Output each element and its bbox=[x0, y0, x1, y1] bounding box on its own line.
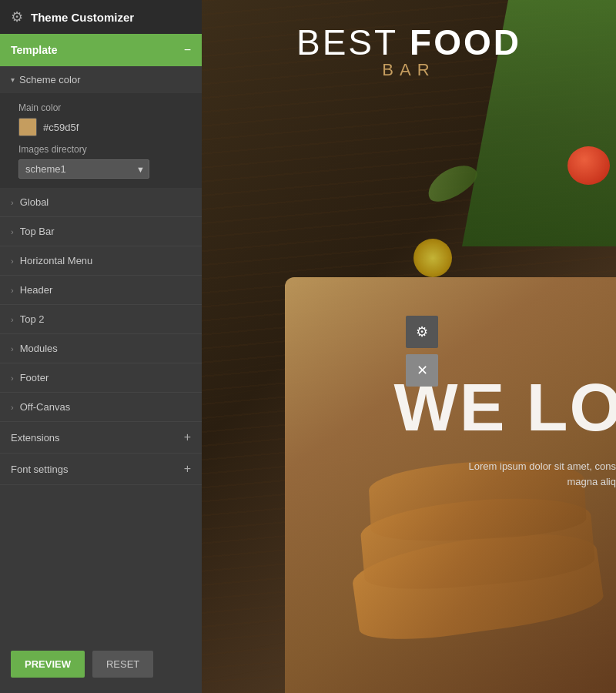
nav-label-horizontal-menu: Horizontal Menu bbox=[20, 255, 93, 266]
lorem-text: Lorem ipsum dolor sit amet, cons magna a… bbox=[469, 459, 616, 489]
sidebar: ⚙ Theme Customizer Template − ▾ Scheme c… bbox=[0, 0, 202, 693]
scheme-color-label: Scheme color bbox=[19, 74, 80, 85]
main-preview: BEST FOOD BAR WE LO Lorem ipsum dolor si… bbox=[202, 0, 616, 693]
nav-arrow-icon: › bbox=[11, 256, 14, 266]
font-settings-section[interactable]: Font settings + bbox=[0, 454, 202, 485]
font-settings-plus-icon[interactable]: + bbox=[184, 462, 191, 476]
nav-item-footer[interactable]: › Footer bbox=[0, 363, 202, 393]
gear-icon: ⚙ bbox=[11, 8, 23, 25]
nav-label-top2: Top 2 bbox=[20, 313, 45, 325]
main-color-label: Main color bbox=[18, 102, 186, 113]
sidebar-header: ⚙ Theme Customizer bbox=[0, 0, 202, 34]
scheme-color-body: Main color #c59d5f Images directory sche… bbox=[0, 93, 202, 188]
nav-item-global[interactable]: › Global bbox=[0, 188, 202, 217]
extensions-section[interactable]: Extensions + bbox=[0, 422, 202, 454]
nav-item-topbar[interactable]: › Top Bar bbox=[0, 217, 202, 246]
nav-arrow-icon: › bbox=[11, 373, 14, 383]
hero-title-area: BEST FOOD BAR bbox=[296, 22, 521, 80]
nav-label-modules: Modules bbox=[20, 343, 58, 354]
nav-item-modules[interactable]: › Modules bbox=[0, 334, 202, 363]
nav-label-off-canvas: Off-Canvas bbox=[20, 401, 71, 413]
nav-arrow-icon: › bbox=[11, 344, 14, 353]
preview-button[interactable]: PREVIEW bbox=[11, 651, 85, 678]
template-label: Template bbox=[11, 44, 57, 56]
nav-item-off-canvas[interactable]: › Off-Canvas bbox=[0, 393, 202, 422]
nav-arrow-icon: › bbox=[11, 286, 14, 295]
color-swatch[interactable] bbox=[18, 118, 37, 136]
float-close-icon: ✕ bbox=[417, 362, 428, 379]
sidebar-buttons: PREVIEW RESET bbox=[0, 635, 202, 693]
color-hex-display: #c59d5f bbox=[43, 122, 79, 133]
images-dir-select[interactable]: scheme1 scheme2 scheme3 bbox=[18, 159, 149, 179]
scheme-color-toggle[interactable]: ▾ Scheme color bbox=[0, 66, 202, 93]
nav-items-list: › Global › Top Bar › Horizontal Menu › H… bbox=[0, 188, 202, 422]
nav-label-global: Global bbox=[20, 196, 49, 208]
hero-title-best-food: BEST FOOD bbox=[296, 22, 521, 63]
template-bar[interactable]: Template − bbox=[0, 34, 202, 66]
nav-item-header[interactable]: › Header bbox=[0, 276, 202, 305]
lemon-decoration bbox=[413, 239, 452, 277]
nav-arrow-icon: › bbox=[11, 227, 14, 236]
images-dir-label: Images directory bbox=[18, 144, 186, 155]
float-gear-button[interactable]: ⚙ bbox=[406, 316, 438, 348]
reset-button[interactable]: RESET bbox=[92, 651, 153, 678]
scheme-color-arrow-icon: ▾ bbox=[11, 75, 15, 84]
scheme-color-section: ▾ Scheme color Main color #c59d5f Images… bbox=[0, 66, 202, 188]
float-close-button[interactable]: ✕ bbox=[406, 354, 438, 387]
nav-arrow-icon: › bbox=[11, 198, 14, 207]
font-settings-label: Font settings bbox=[11, 464, 68, 475]
images-dir-select-wrapper: scheme1 scheme2 scheme3 ▼ bbox=[18, 159, 149, 179]
nav-item-horizontal-menu[interactable]: › Horizontal Menu bbox=[0, 246, 202, 276]
nav-label-footer: Footer bbox=[20, 372, 49, 383]
nav-arrow-icon: › bbox=[11, 315, 14, 324]
float-gear-icon: ⚙ bbox=[416, 323, 428, 340]
color-input-row: #c59d5f bbox=[18, 118, 186, 136]
tomato-decoration bbox=[567, 146, 610, 185]
collapse-template-icon[interactable]: − bbox=[184, 43, 191, 57]
nav-arrow-icon: › bbox=[11, 403, 14, 412]
extensions-label: Extensions bbox=[11, 432, 60, 444]
nav-label-header: Header bbox=[20, 284, 53, 296]
sidebar-title: Theme Customizer bbox=[31, 11, 134, 24]
nav-item-top2[interactable]: › Top 2 bbox=[0, 305, 202, 334]
nav-label-topbar: Top Bar bbox=[20, 226, 55, 237]
extensions-plus-icon[interactable]: + bbox=[184, 430, 191, 444]
